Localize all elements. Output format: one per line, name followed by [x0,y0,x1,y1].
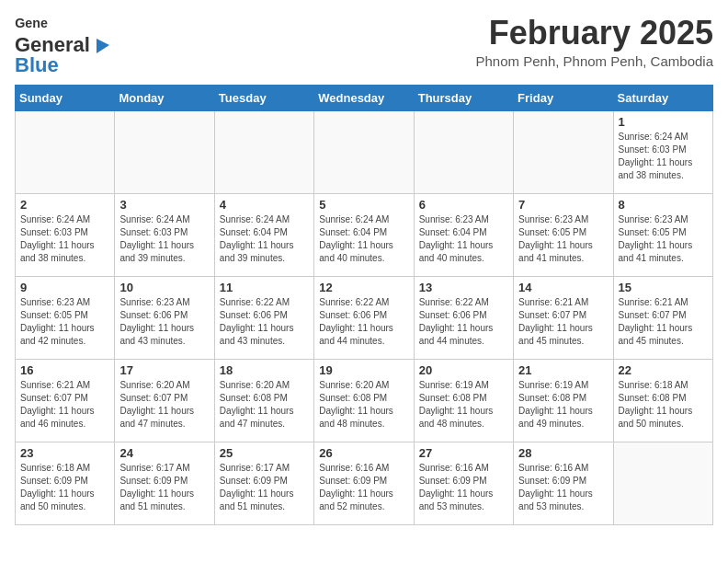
calendar-cell: 2Sunrise: 6:24 AM Sunset: 6:03 PM Daylig… [16,194,115,277]
day-info: Sunrise: 6:24 AM Sunset: 6:03 PM Dayligh… [119,213,209,265]
day-number: 27 [419,446,508,460]
calendar-cell: 3Sunrise: 6:24 AM Sunset: 6:03 PM Daylig… [115,194,214,277]
day-header-sunday: Sunday [16,86,115,111]
day-number: 11 [220,281,309,294]
calendar-cell [16,111,115,194]
logo-icon: General [15,15,48,33]
calendar-cell: 6Sunrise: 6:23 AM Sunset: 6:04 PM Daylig… [414,194,513,277]
day-number: 6 [419,198,508,212]
calendar-week-row: 9Sunrise: 6:23 AM Sunset: 6:05 PM Daylig… [16,277,713,360]
calendar-cell: 12Sunrise: 6:22 AM Sunset: 6:06 PM Dayli… [314,277,414,360]
calendar-subtitle: Phnom Penh, Phnom Penh, Cambodia [476,53,714,69]
calendar-header-row: SundayMondayTuesdayWednesdayThursdayFrid… [16,86,713,111]
day-info: Sunrise: 6:16 AM Sunset: 6:09 PM Dayligh… [319,462,408,513]
logo: General General Blue [15,15,112,77]
day-info: Sunrise: 6:21 AM Sunset: 6:07 PM Dayligh… [518,296,608,348]
day-number: 9 [20,281,109,294]
day-number: 7 [518,198,608,212]
day-number: 1 [619,115,708,129]
day-info: Sunrise: 6:22 AM Sunset: 6:06 PM Dayligh… [419,296,508,348]
calendar-cell: 28Sunrise: 6:16 AM Sunset: 6:09 PM Dayli… [514,442,613,525]
calendar-cell: 10Sunrise: 6:23 AM Sunset: 6:06 PM Dayli… [115,277,214,360]
calendar-cell: 27Sunrise: 6:16 AM Sunset: 6:09 PM Dayli… [414,442,513,525]
calendar-cell: 15Sunrise: 6:21 AM Sunset: 6:07 PM Dayli… [613,277,712,360]
calendar-cell: 13Sunrise: 6:22 AM Sunset: 6:06 PM Dayli… [414,277,513,360]
day-number: 18 [220,363,309,377]
day-info: Sunrise: 6:20 AM Sunset: 6:08 PM Dayligh… [220,379,309,431]
day-info: Sunrise: 6:19 AM Sunset: 6:08 PM Dayligh… [518,379,608,431]
day-info: Sunrise: 6:23 AM Sunset: 6:06 PM Dayligh… [119,296,209,348]
day-number: 19 [319,363,408,377]
calendar-cell: 24Sunrise: 6:17 AM Sunset: 6:09 PM Dayli… [115,442,214,525]
day-info: Sunrise: 6:18 AM Sunset: 6:09 PM Dayligh… [20,462,109,513]
day-info: Sunrise: 6:21 AM Sunset: 6:07 PM Dayligh… [619,296,708,348]
calendar-cell: 5Sunrise: 6:24 AM Sunset: 6:04 PM Daylig… [314,194,414,277]
day-number: 26 [319,446,408,460]
day-number: 2 [20,198,109,212]
day-number: 12 [319,281,408,294]
calendar-cell: 21Sunrise: 6:19 AM Sunset: 6:08 PM Dayli… [514,360,613,442]
day-header-friday: Friday [514,86,613,111]
calendar-cell: 1Sunrise: 6:24 AM Sunset: 6:03 PM Daylig… [613,111,712,194]
calendar-cell: 8Sunrise: 6:23 AM Sunset: 6:05 PM Daylig… [613,194,712,277]
day-info: Sunrise: 6:21 AM Sunset: 6:07 PM Dayligh… [20,379,109,431]
calendar-cell [414,111,513,194]
day-header-thursday: Thursday [414,86,513,111]
day-number: 28 [518,446,608,460]
calendar-cell: 9Sunrise: 6:23 AM Sunset: 6:05 PM Daylig… [16,277,115,360]
day-number: 3 [119,198,209,212]
day-info: Sunrise: 6:16 AM Sunset: 6:09 PM Dayligh… [518,462,608,513]
day-number: 21 [518,363,608,377]
day-info: Sunrise: 6:24 AM Sunset: 6:03 PM Dayligh… [619,131,708,182]
svg-text:General: General [15,16,48,30]
day-number: 15 [619,281,708,294]
day-header-tuesday: Tuesday [214,86,313,111]
day-info: Sunrise: 6:17 AM Sunset: 6:09 PM Dayligh… [220,462,309,513]
day-info: Sunrise: 6:23 AM Sunset: 6:05 PM Dayligh… [619,213,708,265]
calendar-cell [514,111,613,194]
calendar-cell [214,111,313,194]
day-info: Sunrise: 6:22 AM Sunset: 6:06 PM Dayligh… [319,296,408,348]
calendar-cell: 19Sunrise: 6:20 AM Sunset: 6:08 PM Dayli… [314,360,414,442]
calendar-cell: 22Sunrise: 6:18 AM Sunset: 6:08 PM Dayli… [613,360,712,442]
day-info: Sunrise: 6:23 AM Sunset: 6:04 PM Dayligh… [419,213,508,265]
calendar-cell [613,442,712,525]
calendar-cell: 20Sunrise: 6:19 AM Sunset: 6:08 PM Dayli… [414,360,513,442]
day-info: Sunrise: 6:24 AM Sunset: 6:04 PM Dayligh… [319,213,408,265]
day-number: 14 [518,281,608,294]
calendar-cell [115,111,214,194]
day-number: 5 [319,198,408,212]
calendar-cell: 17Sunrise: 6:20 AM Sunset: 6:07 PM Dayli… [115,360,214,442]
day-info: Sunrise: 6:23 AM Sunset: 6:05 PM Dayligh… [518,213,608,265]
calendar-cell: 7Sunrise: 6:23 AM Sunset: 6:05 PM Daylig… [514,194,613,277]
day-info: Sunrise: 6:23 AM Sunset: 6:05 PM Dayligh… [20,296,109,348]
day-header-wednesday: Wednesday [314,86,414,111]
day-number: 22 [619,363,708,377]
calendar-cell: 16Sunrise: 6:21 AM Sunset: 6:07 PM Dayli… [16,360,115,442]
day-info: Sunrise: 6:17 AM Sunset: 6:09 PM Dayligh… [119,462,209,513]
calendar-week-row: 16Sunrise: 6:21 AM Sunset: 6:07 PM Dayli… [16,360,713,442]
day-number: 17 [119,363,209,377]
calendar-title: February 2025 [476,15,714,52]
calendar-week-row: 2Sunrise: 6:24 AM Sunset: 6:03 PM Daylig… [16,194,713,277]
calendar-cell: 4Sunrise: 6:24 AM Sunset: 6:04 PM Daylig… [214,194,313,277]
day-header-saturday: Saturday [613,86,712,111]
day-info: Sunrise: 6:18 AM Sunset: 6:08 PM Dayligh… [619,379,708,431]
day-number: 25 [220,446,309,460]
logo-blue: Blue [15,53,59,77]
calendar-week-row: 1Sunrise: 6:24 AM Sunset: 6:03 PM Daylig… [16,111,713,194]
day-info: Sunrise: 6:22 AM Sunset: 6:06 PM Dayligh… [220,296,309,348]
calendar-cell [314,111,414,194]
day-info: Sunrise: 6:19 AM Sunset: 6:08 PM Dayligh… [419,379,508,431]
calendar-cell: 14Sunrise: 6:21 AM Sunset: 6:07 PM Dayli… [514,277,613,360]
day-number: 20 [419,363,508,377]
day-info: Sunrise: 6:20 AM Sunset: 6:07 PM Dayligh… [119,379,209,431]
calendar-table: SundayMondayTuesdayWednesdayThursdayFrid… [15,85,713,525]
day-info: Sunrise: 6:20 AM Sunset: 6:08 PM Dayligh… [319,379,408,431]
calendar-week-row: 23Sunrise: 6:18 AM Sunset: 6:09 PM Dayli… [16,442,713,525]
day-number: 10 [119,281,209,294]
day-number: 13 [419,281,508,294]
day-info: Sunrise: 6:24 AM Sunset: 6:03 PM Dayligh… [20,213,109,265]
day-info: Sunrise: 6:16 AM Sunset: 6:09 PM Dayligh… [419,462,508,513]
calendar-cell: 26Sunrise: 6:16 AM Sunset: 6:09 PM Dayli… [314,442,414,525]
